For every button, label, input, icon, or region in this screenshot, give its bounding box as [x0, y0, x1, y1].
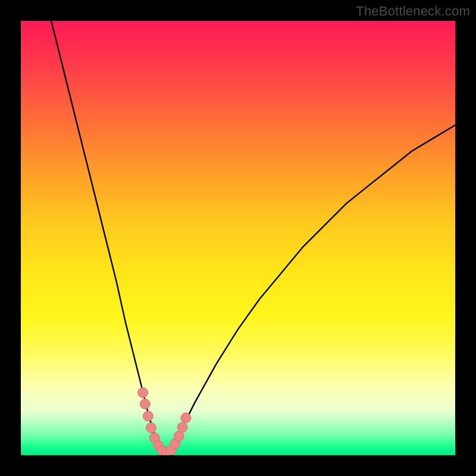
marker-dot: [140, 399, 150, 409]
watermark-text: TheBottleneck.com: [356, 4, 470, 19]
marker-dot: [181, 413, 191, 423]
bottleneck-curve: [51, 21, 455, 453]
marker-dot: [138, 387, 148, 397]
marker-dot: [146, 423, 156, 433]
marker-dot: [143, 411, 153, 421]
chart-svg: [21, 21, 455, 455]
marker-group: [138, 387, 191, 455]
marker-dot: [177, 422, 187, 433]
plot-area: [21, 21, 455, 455]
chart-frame: TheBottleneck.com: [0, 0, 476, 476]
